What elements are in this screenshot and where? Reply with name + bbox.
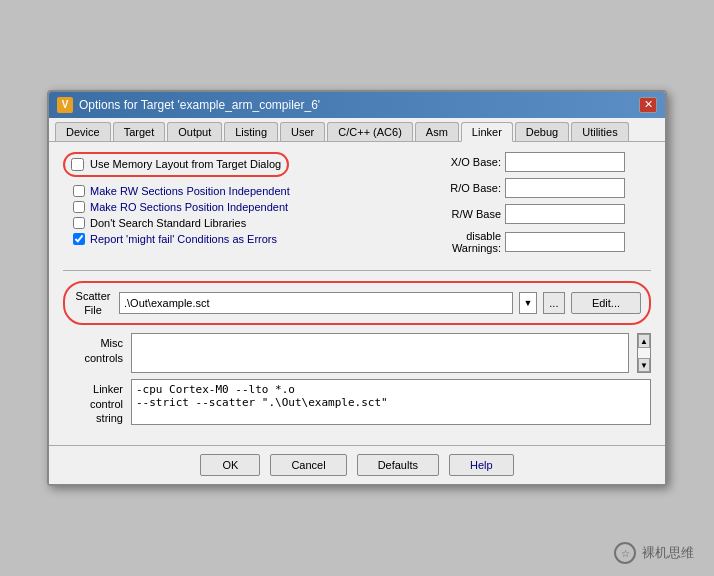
- rw-checkbox-row: Make RW Sections Position Independent: [73, 185, 411, 197]
- ro-base-row: R/O Base:: [431, 178, 651, 198]
- top-section: Use Memory Layout from Target Dialog Mak…: [63, 152, 651, 260]
- might-fail-label: Report 'might fail' Conditions as Errors: [90, 233, 277, 245]
- memory-layout-label: Use Memory Layout from Target Dialog: [90, 158, 281, 170]
- ro-label: Make RO Sections Position Independent: [90, 201, 288, 213]
- misc-controls-textarea[interactable]: [131, 333, 629, 373]
- linker-control-textarea[interactable]: -cpu Cortex-M0 --lto *.o --strict --scat…: [131, 379, 651, 425]
- tab-utilities[interactable]: Utilities: [571, 122, 628, 141]
- linker-control-label: Linker control string: [63, 379, 123, 425]
- left-panel: Use Memory Layout from Target Dialog Mak…: [63, 152, 411, 260]
- scatter-file-input[interactable]: [119, 292, 513, 314]
- app-icon: V: [57, 97, 73, 113]
- misc-controls-label: Misc controls: [63, 333, 123, 373]
- right-panel: X/O Base: R/O Base: R/W Base disable War…: [431, 152, 651, 260]
- ro-checkbox-row: Make RO Sections Position Independent: [73, 201, 411, 213]
- scroll-track: [638, 348, 650, 358]
- disable-warnings-label: disable Warnings:: [431, 230, 501, 254]
- scatter-edit-button[interactable]: Edit...: [571, 292, 641, 314]
- tab-user[interactable]: User: [280, 122, 325, 141]
- tab-target[interactable]: Target: [113, 122, 166, 141]
- rw-label: Make RW Sections Position Independent: [90, 185, 290, 197]
- no-std-libs-checkbox[interactable]: [73, 217, 85, 229]
- defaults-button[interactable]: Defaults: [357, 454, 439, 476]
- misc-scrollbar: ▲ ▼: [637, 333, 651, 373]
- scatter-dropdown-button[interactable]: ▼: [519, 292, 537, 314]
- ro-base-input[interactable]: [505, 178, 625, 198]
- xo-base-label: X/O Base:: [431, 156, 501, 168]
- divider-1: [63, 270, 651, 271]
- rw-checkbox[interactable]: [73, 185, 85, 197]
- watermark: ☆ 裸机思维: [614, 542, 694, 564]
- ok-button[interactable]: OK: [200, 454, 260, 476]
- memory-layout-checkbox[interactable]: [71, 158, 84, 171]
- disable-warnings-row: disable Warnings:: [431, 230, 651, 254]
- scroll-down-arrow[interactable]: ▼: [638, 358, 650, 372]
- ro-base-label: R/O Base:: [431, 182, 501, 194]
- tab-asm[interactable]: Asm: [415, 122, 459, 141]
- rw-base-input[interactable]: [505, 204, 625, 224]
- xo-base-input[interactable]: [505, 152, 625, 172]
- tab-cpp[interactable]: C/C++ (AC6): [327, 122, 413, 141]
- disable-warnings-input[interactable]: [505, 232, 625, 252]
- rw-base-row: R/W Base: [431, 204, 651, 224]
- close-button[interactable]: ✕: [639, 97, 657, 113]
- scatter-file-label: Scatter File: [73, 289, 113, 318]
- button-bar: OK Cancel Defaults Help: [49, 445, 665, 484]
- scroll-up-arrow[interactable]: ▲: [638, 334, 650, 348]
- tab-device[interactable]: Device: [55, 122, 111, 141]
- memory-layout-row: Use Memory Layout from Target Dialog: [63, 152, 289, 177]
- tab-debug[interactable]: Debug: [515, 122, 569, 141]
- help-button[interactable]: Help: [449, 454, 514, 476]
- watermark-text: 裸机思维: [642, 544, 694, 562]
- xo-base-row: X/O Base:: [431, 152, 651, 172]
- misc-controls-section: Misc controls ▲ ▼: [63, 333, 651, 373]
- no-std-libs-label: Don't Search Standard Libraries: [90, 217, 246, 229]
- ro-checkbox[interactable]: [73, 201, 85, 213]
- tab-listing[interactable]: Listing: [224, 122, 278, 141]
- rw-base-label: R/W Base: [431, 208, 501, 220]
- might-fail-checkbox-row: Report 'might fail' Conditions as Errors: [73, 233, 411, 245]
- tab-output[interactable]: Output: [167, 122, 222, 141]
- linker-control-section: Linker control string -cpu Cortex-M0 --l…: [63, 379, 651, 425]
- cancel-button[interactable]: Cancel: [270, 454, 346, 476]
- title-bar-left: V Options for Target 'example_arm_compil…: [57, 97, 320, 113]
- scatter-browse-button[interactable]: ...: [543, 292, 565, 314]
- dialog-title: Options for Target 'example_arm_compiler…: [79, 98, 320, 112]
- tab-content: Use Memory Layout from Target Dialog Mak…: [49, 142, 665, 446]
- tab-bar: Device Target Output Listing User C/C++ …: [49, 118, 665, 142]
- scatter-file-section: Scatter File ▼ ... Edit...: [63, 281, 651, 326]
- main-dialog: V Options for Target 'example_arm_compil…: [47, 90, 667, 487]
- watermark-icon: ☆: [614, 542, 636, 564]
- might-fail-checkbox[interactable]: [73, 233, 85, 245]
- no-std-libs-checkbox-row: Don't Search Standard Libraries: [73, 217, 411, 229]
- tab-linker[interactable]: Linker: [461, 122, 513, 142]
- title-bar: V Options for Target 'example_arm_compil…: [49, 92, 665, 118]
